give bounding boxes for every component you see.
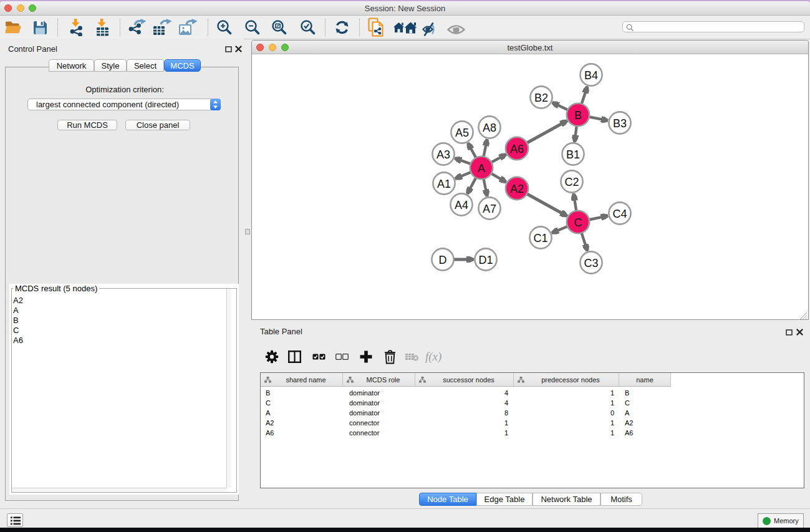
svg-text:B3: B3 <box>613 117 627 130</box>
svg-text:A2: A2 <box>510 183 524 195</box>
svg-text:A4: A4 <box>455 199 468 211</box>
svg-text:B1: B1 <box>566 148 580 161</box>
svg-text:C3: C3 <box>584 257 598 269</box>
svg-text:D: D <box>439 254 447 266</box>
svg-text:C1: C1 <box>533 232 547 244</box>
svg-text:A7: A7 <box>483 203 496 215</box>
svg-text:B2: B2 <box>534 92 548 104</box>
svg-text:A3: A3 <box>436 148 450 161</box>
svg-text:C2: C2 <box>564 176 579 188</box>
svg-text:A5: A5 <box>455 127 469 139</box>
svg-text:A6: A6 <box>510 143 524 155</box>
svg-text:C: C <box>574 216 582 229</box>
svg-text:A: A <box>478 162 485 175</box>
svg-text:A8: A8 <box>483 122 496 134</box>
svg-text:B4: B4 <box>584 69 598 82</box>
svg-text:B: B <box>574 109 582 122</box>
svg-text:D1: D1 <box>478 254 493 266</box>
svg-text:C4: C4 <box>612 208 627 220</box>
svg-text:A1: A1 <box>437 178 451 190</box>
